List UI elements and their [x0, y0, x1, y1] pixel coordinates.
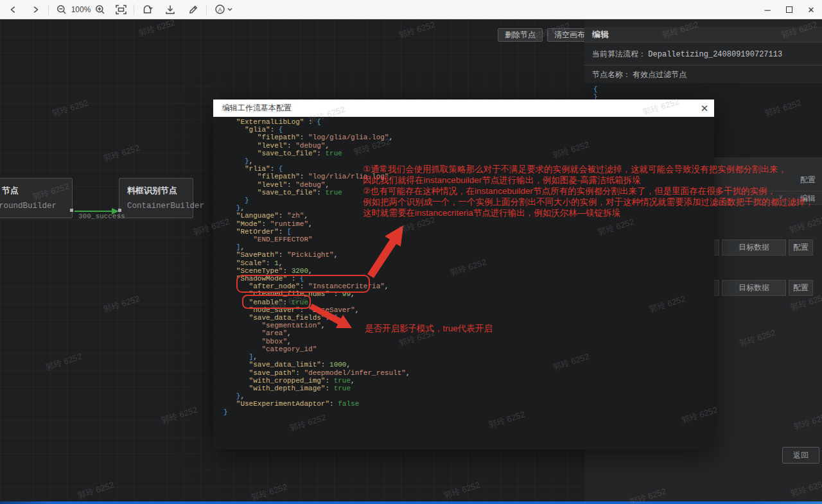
algorithm-flow-row: 当前算法流程： Depalletizing_240809190727113	[584, 42, 822, 60]
node-title: 节点	[2, 185, 72, 196]
workflow-config-modal: 编辑工作流基本配置 ✕ "ExternalLibLog" : { "glia":…	[213, 100, 714, 449]
divider	[206, 4, 207, 15]
modal-body: "ExternalLibLog" : { "glia": { "filepath…	[213, 117, 714, 449]
app-window: 删除节点 清空画布 节点 roundBuilder 料框识别节点 Contain…	[0, 0, 822, 504]
algorithm-flow-label: 当前算法流程：	[592, 49, 646, 58]
target-data-button[interactable]: 目标数据	[722, 239, 786, 256]
edge-port-in[interactable]	[118, 209, 121, 212]
configure-link[interactable]: 配置	[800, 175, 816, 186]
modal-header: 编辑工作流基本配置 ✕	[213, 100, 714, 117]
divider	[48, 4, 49, 15]
edge-port-out[interactable]	[70, 209, 73, 212]
configure-button[interactable]: 配置	[789, 280, 813, 296]
zoom-in-icon[interactable]	[92, 2, 109, 17]
window-close-icon[interactable]: ✕	[800, 0, 822, 19]
configure-button[interactable]: 配置	[789, 239, 813, 256]
node-title: 料框识别节点	[127, 185, 193, 196]
algorithm-flow-value: Depalletizing_240809190727113	[648, 50, 782, 59]
svg-text:A: A	[218, 6, 222, 13]
chevron-down-icon[interactable]: ˅	[779, 193, 783, 200]
node-name-label: 节点名称：	[592, 70, 631, 79]
titlebar: 100%	[0, 0, 822, 19]
edit-link[interactable]: 编辑	[800, 193, 816, 204]
panel-title: 编辑	[584, 27, 822, 42]
edit-pencil-icon[interactable]	[185, 2, 202, 17]
node-subtitle: roundBuilder	[0, 202, 72, 211]
taskbar-edge	[0, 501, 822, 504]
divider	[134, 4, 134, 15]
fit-screen-icon[interactable]	[112, 2, 129, 17]
delete-node-button[interactable]: 删除节点	[498, 28, 543, 42]
auto-layout-menu-icon[interactable]: A	[211, 2, 237, 17]
forward-nav-icon[interactable]	[27, 2, 44, 17]
zoom-level: 100%	[70, 5, 92, 14]
window-maximize-icon[interactable]	[778, 0, 800, 19]
workflow-node-container-builder[interactable]: 料框识别节点 ContainerBuilder	[119, 178, 193, 218]
workflow-node-background-builder[interactable]: 节点 roundBuilder	[0, 178, 73, 218]
download-icon[interactable]	[162, 2, 179, 17]
workflow-json-editor[interactable]: "ExternalLibLog" : { "glia": { "filepath…	[223, 118, 410, 416]
close-icon[interactable]: ✕	[695, 103, 714, 114]
zoom-out-icon[interactable]	[53, 2, 70, 17]
node-subtitle: ContainerBuilder	[127, 202, 193, 211]
window-minimize-icon[interactable]: ─	[756, 0, 778, 19]
rotate-icon[interactable]	[139, 2, 155, 17]
modal-title: 编辑工作流基本配置	[213, 103, 695, 114]
node-name-value: 有效点过滤节点	[633, 70, 686, 79]
back-nav-icon[interactable]	[5, 2, 22, 17]
target-data-button[interactable]: 目标数据	[722, 280, 786, 296]
code-brace-open: {	[593, 85, 598, 93]
edge-label: 300_success	[78, 213, 125, 220]
node-name-row: 节点名称： 有效点过滤节点	[584, 65, 822, 80]
back-button[interactable]: 返回	[782, 447, 819, 464]
